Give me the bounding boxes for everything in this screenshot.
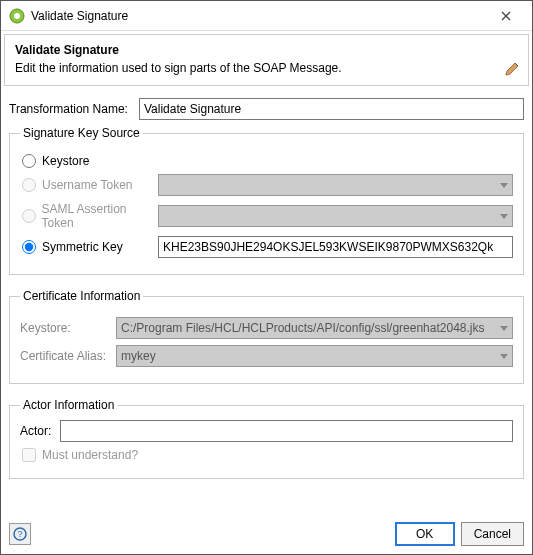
header-title: Validate Signature <box>15 43 518 57</box>
saml-token-radio-label: SAML Assertion Token <box>42 202 158 230</box>
chevron-down-icon <box>500 321 508 335</box>
radio-row-symmetric-key: Symmetric Key <box>20 236 513 258</box>
must-understand-checkbox <box>22 448 36 462</box>
chevron-down-icon <box>500 178 508 192</box>
keystore-value: C:/Program Files/HCL/HCLProducts/API/con… <box>121 321 485 335</box>
signature-key-source-group: Signature Key Source Keystore Username T… <box>9 126 524 275</box>
saml-token-radio <box>22 209 36 223</box>
keystore-radio[interactable] <box>22 154 36 168</box>
certificate-info-group: Certificate Information Keystore: C:/Pro… <box>9 289 524 384</box>
username-token-combo <box>158 174 513 196</box>
radio-row-saml-token: SAML Assertion Token <box>20 202 513 230</box>
actor-label: Actor: <box>20 424 60 438</box>
svg-point-1 <box>14 13 20 19</box>
transformation-name-row: Transformation Name: <box>9 98 524 120</box>
help-button[interactable]: ? <box>9 523 31 545</box>
radio-row-keystore: Keystore <box>20 154 513 168</box>
username-token-radio <box>22 178 36 192</box>
actor-info-group: Actor Information Actor: Must understand… <box>9 398 524 479</box>
keystore-combo: C:/Program Files/HCL/HCLProducts/API/con… <box>116 317 513 339</box>
username-token-radio-label: Username Token <box>42 178 133 192</box>
dialog-header: Validate Signature Edit the information … <box>4 34 529 86</box>
header-subtitle: Edit the information used to sign parts … <box>15 61 518 75</box>
actor-info-legend: Actor Information <box>20 398 117 412</box>
chevron-down-icon <box>500 209 508 223</box>
certificate-alias-value: mykey <box>121 349 156 363</box>
symmetric-key-radio[interactable] <box>22 240 36 254</box>
dialog-body: Transformation Name: Signature Key Sourc… <box>1 98 532 516</box>
signature-key-source-legend: Signature Key Source <box>20 126 143 140</box>
certificate-alias-label: Certificate Alias: <box>20 349 116 363</box>
keystore-radio-label: Keystore <box>42 154 89 168</box>
certificate-info-legend: Certificate Information <box>20 289 143 303</box>
actor-row: Actor: <box>20 420 513 442</box>
must-understand-row: Must understand? <box>20 448 513 462</box>
saml-token-combo <box>158 205 513 227</box>
app-icon <box>9 8 25 24</box>
certificate-alias-combo: mykey <box>116 345 513 367</box>
radio-row-username-token: Username Token <box>20 174 513 196</box>
edit-icon[interactable] <box>504 61 520 80</box>
ok-button[interactable]: OK <box>395 522 455 546</box>
close-button[interactable] <box>486 4 526 28</box>
transformation-name-label: Transformation Name: <box>9 102 139 116</box>
transformation-name-input[interactable] <box>139 98 524 120</box>
actor-input[interactable] <box>60 420 513 442</box>
symmetric-key-radio-label: Symmetric Key <box>42 240 123 254</box>
keystore-row: Keystore: C:/Program Files/HCL/HCLProduc… <box>20 317 513 339</box>
dialog-footer: ? OK Cancel <box>1 516 532 554</box>
chevron-down-icon <box>500 349 508 363</box>
symmetric-key-input[interactable] <box>158 236 513 258</box>
keystore-label: Keystore: <box>20 321 116 335</box>
svg-text:?: ? <box>17 529 22 539</box>
window-title: Validate Signature <box>31 9 486 23</box>
title-bar: Validate Signature <box>1 1 532 31</box>
cancel-button[interactable]: Cancel <box>461 522 524 546</box>
certificate-alias-row: Certificate Alias: mykey <box>20 345 513 367</box>
must-understand-label: Must understand? <box>42 448 138 462</box>
